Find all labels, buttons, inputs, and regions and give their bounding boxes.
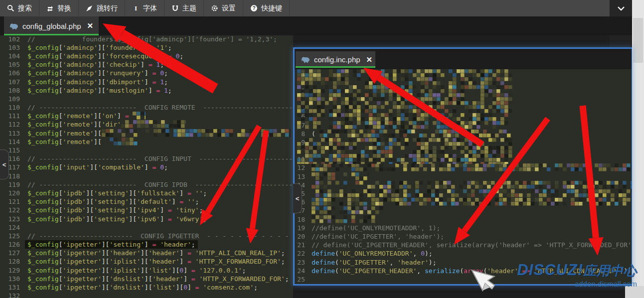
toolbar: 搜索替换跳转行I字体主题设置?快捷键	[0, 0, 610, 16]
code-line: 127$_config['ipgetter']['header']['heade…	[0, 249, 293, 257]
active-tab-underline	[4, 34, 99, 35]
code-line: 12	[295, 163, 632, 172]
settings-icon	[211, 4, 218, 12]
line-number: 125	[0, 232, 20, 240]
svg-text:?: ?	[252, 5, 255, 11]
overlay-window-config-inc: config.inc.php ✕ 12345678(91011121314151…	[293, 47, 632, 286]
vertical-scrollbar[interactable]	[632, 0, 644, 298]
line-number: 21	[295, 241, 305, 249]
toolbar-button-theme[interactable]: 主题	[164, 0, 204, 16]
toolbar-button-replace[interactable]: 替换	[39, 0, 79, 16]
code-line: 125// ------------------------ CONFIG IP…	[0, 232, 293, 240]
line-number: 20	[295, 232, 305, 241]
code-line: 24define('UC_IPGETTER_HEADER', serialize…	[295, 267, 632, 275]
line-number: 109	[0, 95, 20, 103]
toolbar-button-search[interactable]: 搜索	[0, 0, 39, 16]
censored-block	[297, 138, 512, 164]
line-number: 130	[0, 275, 20, 283]
code-line: 118	[0, 172, 293, 180]
code-line: 25	[295, 275, 632, 284]
toolbar-button-font[interactable]: I字体	[125, 0, 164, 16]
line-number: 127	[0, 249, 20, 257]
line-number: 110	[0, 103, 20, 112]
line-number: 119	[0, 180, 20, 189]
code-line: 21// define('UC_IPGETTER_HEADER', serial…	[295, 241, 632, 249]
code-line: 111$_config['remote']['on'] =	[0, 112, 293, 120]
scrollbar-corner	[625, 286, 644, 298]
left-drawer-handle[interactable]: <	[0, 149, 9, 179]
code-line: 16	[295, 198, 632, 206]
line-number: 131	[0, 283, 20, 292]
code-line: 129$_config['ipgetter']['iplist']['list'…	[0, 266, 293, 275]
theme-icon	[171, 4, 179, 12]
code-line: 131$_config['ipgetter']['dnslist']['list…	[0, 283, 293, 292]
line-number: 25	[295, 275, 305, 284]
php-file-icon	[302, 56, 310, 63]
line-number: 108	[0, 86, 20, 95]
scrollbar-thumb[interactable]	[633, 18, 643, 63]
active-tab-underline	[296, 66, 375, 68]
code-line: 124	[0, 223, 293, 232]
code-line: 104$_config['admincp']['forcesecques'] =…	[0, 52, 293, 60]
code-line: 14	[295, 181, 632, 189]
toolbar-button-label: 字体	[143, 4, 157, 13]
tab-config-global-php[interactable]: config_global.php ✕	[4, 16, 99, 35]
tab-close-icon[interactable]: ✕	[366, 55, 373, 64]
code-line: 109	[0, 95, 293, 103]
line-number: 120	[0, 189, 20, 197]
censored-block	[297, 69, 512, 129]
toolbar-button-settings[interactable]: 设置	[204, 0, 243, 16]
tab-close-icon[interactable]: ✕	[87, 21, 94, 30]
tab-config-inc-php[interactable]: config.inc.php ✕	[296, 51, 375, 68]
line-number: 24	[295, 267, 305, 275]
code-line: 19//define('UC_ONLYREMOTEADDR', 1);	[295, 224, 632, 232]
line-number: 132	[0, 292, 20, 298]
line-number: 122	[0, 206, 20, 214]
code-line: 122$_config['ipdb']['setting']['ipv4'] =…	[0, 206, 293, 214]
code-line: 105$_config['admincp']['checkip'] = 1;	[0, 60, 293, 69]
code-line: 128$_config['ipgetter']['iplist']['heade…	[0, 257, 293, 266]
code-line: 123$_config['ipdb']['setting']['ipv6'] =…	[0, 215, 293, 223]
code-line: 103$_config['admincp']['founder'] = '1';	[0, 43, 293, 52]
search-icon	[7, 4, 14, 12]
tab-title: config.inc.php	[314, 55, 360, 64]
code-line: 126$_config['ipgetter']['setting'] = 'he…	[0, 240, 293, 249]
php-file-icon	[10, 23, 18, 29]
code-line: 108$_config['admincp']['mustlogin'] = 1;	[0, 86, 293, 95]
line-number: 8	[295, 130, 305, 138]
line-number: 12	[295, 163, 305, 172]
code-line: 13	[295, 172, 632, 181]
toolbar-button-goto[interactable]: 跳转行	[79, 0, 125, 16]
line-number: 19	[295, 224, 305, 232]
toolbar-button-label: 搜索	[18, 4, 32, 13]
line-number: 121	[0, 197, 20, 206]
code-line: 8(	[295, 130, 632, 138]
code-line: 18	[295, 215, 632, 224]
toolbar-button-label: 设置	[222, 4, 236, 13]
shortcuts-icon: ?	[250, 4, 258, 12]
code-line: 17	[295, 206, 632, 215]
line-number: 22	[295, 249, 305, 258]
line-number: 105	[0, 60, 20, 69]
tab-bar: config_global.php ✕	[0, 16, 632, 35]
line-number: 129	[0, 266, 20, 275]
toolbar-button-shortcuts[interactable]: ?快捷键	[243, 0, 290, 16]
line-number: 113	[0, 129, 20, 138]
code-line: 102// founders:$_config['admincp']['foun…	[0, 35, 293, 43]
editor-config-global[interactable]: 102// founders:$_config['admincp']['foun…	[0, 35, 293, 298]
code-line: 117$_config['input']['compatible'] = 0;	[0, 163, 293, 171]
code-line: 22define('UC_ONLYREMOTEADDR', 0);	[295, 249, 632, 258]
toolbar-collapse-button[interactable]	[610, 0, 632, 16]
font-icon: I	[132, 4, 140, 12]
code-line: 119// ------------------------- CONFIG I…	[0, 180, 293, 189]
toolbar-button-label: 跳转行	[97, 4, 118, 13]
line-number: 104	[0, 52, 20, 60]
line-number: 103	[0, 43, 20, 52]
overlay-drawer-handle[interactable]: <	[293, 183, 302, 213]
code-line: 112$_config['remote']['dir'	[0, 120, 293, 129]
code-line: 116// ------------------------- CONFIG I…	[0, 154, 293, 163]
code-line: 130$_config['ipgetter']['dnslist']['head…	[0, 275, 293, 283]
code-line: 132	[0, 292, 293, 298]
overlay-tab-bar: config.inc.php ✕	[295, 49, 632, 69]
toolbar-button-label: 主题	[182, 4, 196, 13]
